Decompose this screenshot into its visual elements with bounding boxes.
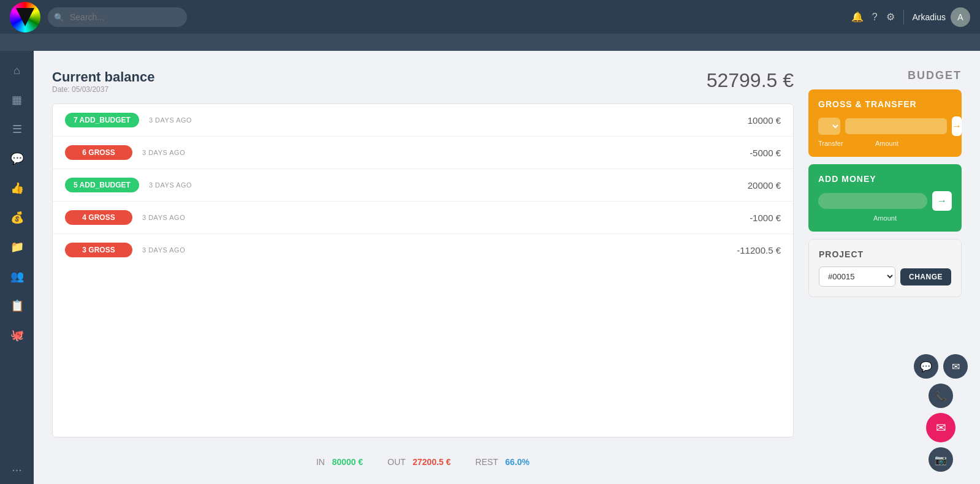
topbar-divider [903,10,904,25]
gross-transfer-card: GROSS & TRANSFER → Transfer Amount [808,89,962,157]
out-label: OUT [387,457,405,467]
rest-label: REST [476,457,498,467]
topbar-right: 🔔 ? ⚙ Arkadius A [851,7,970,27]
float-top-row: 💬 ✉ [914,354,968,379]
user-section[interactable]: Arkadius A [913,7,970,27]
stats-footer: IN 80000 € OUT 27200.5 € REST 66.0% [52,447,794,472]
amount-input[interactable] [845,118,947,134]
add-money-card: ADD MONEY → Amount [808,164,962,232]
gear-icon[interactable]: ⚙ [886,11,895,23]
tx-amount-5: -11200.5 € [737,245,781,255]
floating-buttons: 💬 ✉ 📞 ✉ 📷 [914,354,968,472]
title-section: Current balance Date: 05/03/2037 [52,69,155,94]
stat-rest: REST 66.0% [476,457,530,467]
gross-transfer-submit[interactable]: → [952,116,962,136]
stat-out: OUT 27200.5 € [387,457,450,467]
sidebar-item-money[interactable]: 💰 [5,205,29,230]
in-label: IN [316,457,325,467]
table-row: 5 ADD_BUDGET 3 DAYS AGO 20000 € [53,169,793,202]
add-money-submit[interactable]: → [932,191,952,211]
phone-float-btn[interactable]: 📞 [929,384,953,408]
main-mail-float-btn[interactable]: ✉ [926,413,955,442]
tx-badge-2: 6 GROSS [65,145,132,160]
stat-in: IN 80000 € [316,457,363,467]
amount-label: Amount [875,140,927,147]
content-area: Current balance Date: 05/03/2037 52799.5… [34,51,980,484]
gross-transfer-labels: Transfer Amount [818,140,952,147]
bell-icon[interactable]: 🔔 [851,11,864,23]
transactions-list: 7 ADD_BUDGET 3 DAYS AGO 10000 € 6 GROSS … [52,104,794,437]
add-money-row: → [818,191,952,211]
project-row: #00015 #00014 #00013 #00012 CHANGE [819,267,951,287]
sidebar-more[interactable]: ··· [12,463,22,477]
sidebar-item-home[interactable]: ⌂ [5,58,29,83]
search-input[interactable] [48,7,187,27]
sidebar-item-folder[interactable]: 📁 [5,235,29,259]
tx-badge-4: 4 GROSS [65,210,132,225]
table-row: 6 GROSS 3 DAYS AGO -5000 € [53,137,793,169]
transfer-select[interactable] [818,118,840,135]
tx-time-5: 3 DAYS AGO [142,246,185,254]
logo[interactable] [10,2,40,32]
table-row: 4 GROSS 3 DAYS AGO -1000 € [53,202,793,234]
topbar: 🔔 ? ⚙ Arkadius A [0,0,980,34]
page-header: Current balance Date: 05/03/2037 52799.5… [52,69,794,94]
balance-amount: 52799.5 € [707,69,794,92]
tx-time-4: 3 DAYS AGO [142,214,185,221]
tx-amount-4: -1000 € [750,213,781,223]
tx-badge-3: 5 ADD_BUDGET [65,178,139,192]
project-select[interactable]: #00015 #00014 #00013 #00012 [819,267,895,287]
add-money-input[interactable] [818,193,927,209]
add-money-label: Amount [818,214,952,222]
video-float-btn[interactable]: 📷 [929,447,953,472]
sidebar-item-like[interactable]: 👍 [5,176,29,200]
left-panel: Current balance Date: 05/03/2037 52799.5… [52,69,794,472]
main-layout: ⌂ ▦ ☰ 💬 👍 💰 📁 👥 📋 🐙 ··· Current balance … [0,51,980,484]
add-money-title: ADD MONEY [818,174,952,184]
sidebar-item-calendar[interactable]: ▦ [5,88,29,112]
sidebar-item-github[interactable]: 🐙 [5,323,29,347]
project-title: PROJECT [819,249,951,259]
user-name: Arkadius [913,12,946,22]
tx-badge-1: 7 ADD_BUDGET [65,113,139,127]
subbar [0,34,980,51]
tx-time-2: 3 DAYS AGO [142,149,185,156]
sidebar-item-chat[interactable]: 💬 [5,146,29,171]
question-icon[interactable]: ? [872,12,878,23]
search-wrapper [48,7,599,27]
budget-label: BUDGET [808,69,962,82]
tx-amount-3: 20000 € [748,180,781,191]
table-row: 7 ADD_BUDGET 3 DAYS AGO 10000 € [53,104,793,137]
transfer-label: Transfer [818,140,870,147]
mail-float-btn[interactable]: ✉ [943,354,968,379]
out-value: 27200.5 € [412,457,450,467]
avatar: A [951,7,970,27]
sidebar-item-team[interactable]: 👥 [5,264,29,289]
table-row: 3 GROSS 3 DAYS AGO -11200.5 € [53,234,793,266]
tx-badge-5: 3 GROSS [65,243,132,257]
change-button[interactable]: CHANGE [900,268,951,285]
tx-amount-1: 10000 € [748,115,781,126]
gross-transfer-row: → [818,116,952,136]
gross-transfer-title: GROSS & TRANSFER [818,99,952,109]
sidebar-item-list[interactable]: ☰ [5,117,29,142]
tx-time-3: 3 DAYS AGO [149,181,192,189]
tx-amount-2: -5000 € [750,148,781,158]
rest-value: 66.0% [505,457,530,467]
project-card: PROJECT #00015 #00014 #00013 #00012 CHAN… [808,239,962,297]
chat-float-btn[interactable]: 💬 [914,354,938,379]
balance-date: Date: 05/03/2037 [52,85,155,94]
page-title: Current balance [52,69,155,85]
sidebar-item-notes[interactable]: 📋 [5,293,29,318]
sidebar: ⌂ ▦ ☰ 💬 👍 💰 📁 👥 📋 🐙 ··· [0,51,34,484]
tx-time-1: 3 DAYS AGO [149,116,192,124]
in-value: 80000 € [332,457,363,467]
